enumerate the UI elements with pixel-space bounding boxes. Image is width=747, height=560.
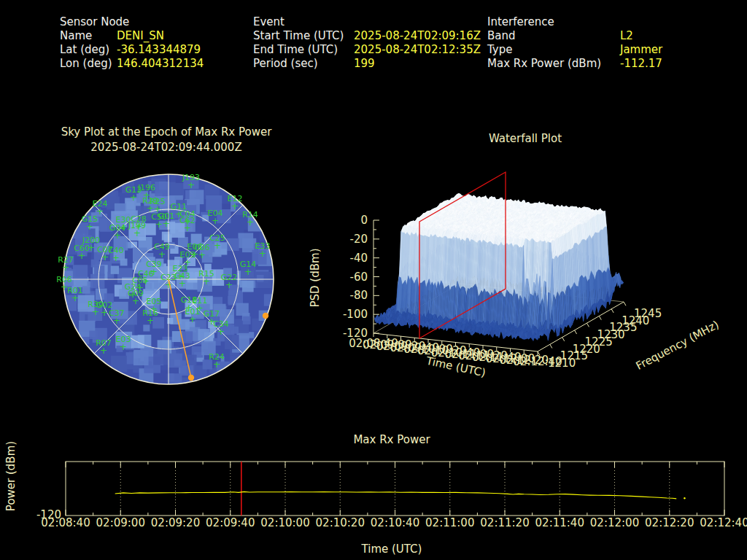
event-end-value: 2025-08-24T02:12:35Z	[354, 43, 481, 57]
event-panel: Event Start Time (UTC)2025-08-24T02:09:1…	[253, 15, 481, 71]
power-time-tick-label: 02:11:40	[535, 516, 584, 529]
event-end-label: End Time (UTC)	[253, 43, 354, 57]
power-time-tick-label: 02:12:40	[700, 516, 747, 529]
interference-maxrx-label: Max Rx Power (dBm)	[487, 57, 620, 71]
sensor-node-panel: Sensor Node NameDENI_SN Lat (deg)-36.143…	[60, 15, 204, 71]
power-time-tick-label: 02:11:20	[480, 516, 529, 529]
sensor-lat-value: -36.143344879	[117, 43, 201, 57]
power-time-tick-label: 02:11:00	[425, 516, 474, 529]
satellite-marker: +	[78, 251, 85, 261]
psd-tick-label: -40	[350, 252, 368, 265]
satellite-marker: +	[113, 316, 120, 326]
satellite-marker: +	[212, 216, 219, 226]
max-rx-power-series	[115, 491, 677, 499]
event-start-label: Start Time (UTC)	[253, 29, 354, 43]
satellite-marker: +	[71, 293, 79, 303]
interference-title: Interference	[487, 15, 554, 29]
event-period-value: 199	[354, 57, 375, 71]
satellite-marker: +	[130, 192, 137, 203]
satellite-marker: +	[132, 296, 139, 306]
power-time-tick-label: 02:09:40	[206, 516, 255, 529]
satellite-marker: +	[112, 253, 120, 263]
satellite-marker: +	[189, 314, 196, 324]
power-time-tick-label: 02:10:40	[371, 516, 419, 529]
satellite-marker: +	[217, 327, 225, 337]
sky-plot-title: Sky Plot at the Epoch of Max Rx Power	[42, 125, 290, 139]
sensor-name-value: DENI_SN	[117, 29, 164, 43]
satellite-marker: +	[187, 180, 195, 190]
power-time-tick-label: 02:12:00	[590, 516, 639, 529]
waterfall-surface	[374, 193, 624, 341]
satellite-marker: +	[163, 219, 170, 229]
psd-tick-label: 0	[360, 214, 368, 227]
psd-tick-label: -80	[350, 289, 368, 302]
satellite-marker: +	[179, 279, 186, 289]
event-title: Event	[253, 15, 285, 29]
satellite-marker: +	[203, 276, 210, 287]
sky-plot-epoch: 2025-08-24T02:09:44.000Z	[42, 141, 290, 154]
track-dot	[263, 313, 268, 319]
satellite-marker: +	[259, 249, 266, 259]
power-time-tick-label: 02:12:20	[645, 516, 694, 529]
sensor-lon-label: Lon (deg)	[60, 57, 117, 71]
satellite-marker: +	[231, 201, 239, 211]
power-time-tick-label: 02:10:20	[316, 516, 365, 529]
satellite-marker: +	[114, 230, 121, 241]
satellite-marker: +	[101, 308, 108, 318]
sky-plot-canvas: J193+G13+J196+R29+R25+E12+E24+G11+G15+E3…	[36, 166, 285, 389]
satellite-marker: +	[213, 359, 220, 370]
psd-tick-label: -60	[350, 271, 368, 284]
satellite-marker: +	[184, 223, 191, 233]
interference-type-value: Jammer	[620, 43, 662, 57]
satellite-marker: +	[86, 222, 93, 232]
satellite-marker: +	[244, 267, 252, 277]
interference-band-label: Band	[487, 29, 620, 43]
waterfall-plot-canvas: 0-20-40-60-80-100-12002:08:4002:09:0002:…	[306, 124, 747, 394]
sensor-monitor-screen: Sensor Node NameDENI_SN Lat (deg)-36.143…	[0, 0, 747, 560]
waterfall-freq-label: 1245	[634, 307, 662, 320]
sensor-name-label: Name	[60, 29, 117, 43]
psd-tick-label: -20	[350, 233, 368, 246]
track-dot	[188, 375, 194, 381]
interference-panel: Interference BandL2 TypeJammer Max Rx Po…	[487, 15, 662, 71]
sensor-lon-value: 146.404312134	[117, 57, 204, 71]
satellite-marker: +	[133, 228, 141, 238]
power-time-tick-label: 02:09:20	[151, 516, 200, 529]
event-period-label: Period (sec)	[253, 57, 354, 71]
satellite-marker: +	[100, 346, 107, 356]
satellite-marker: +	[62, 262, 69, 273]
power-time-tick-label: 02:09:00	[96, 516, 145, 529]
series-lone-point	[684, 497, 685, 499]
interference-maxrx-value: -112.17	[620, 57, 662, 71]
power-plot-frame	[66, 462, 724, 516]
satellite-marker: +	[214, 241, 221, 251]
satellite-marker: +	[247, 217, 254, 228]
interference-band-value: L2	[620, 29, 633, 43]
interference-type-label: Type	[487, 43, 620, 57]
satellite-marker: +	[155, 219, 163, 230]
power-ymin-label: -120	[36, 508, 61, 521]
sensor-lat-label: Lat (deg)	[60, 43, 117, 57]
satellite-marker: +	[120, 342, 127, 352]
power-time-tick-label: 02:10:00	[260, 516, 309, 529]
satellite-marker: +	[158, 249, 166, 260]
sensor-node-title: Sensor Node	[60, 15, 129, 29]
satellite-marker: +	[147, 316, 154, 326]
satellite-marker: +	[225, 280, 233, 290]
satellite-marker: +	[198, 250, 206, 260]
event-start-value: 2025-08-24T02:09:16Z	[354, 29, 481, 43]
psd-tick-label: -100	[343, 308, 368, 321]
power-plot-canvas: 02:08:4002:09:0002:09:2002:09:4002:10:00…	[0, 427, 747, 560]
